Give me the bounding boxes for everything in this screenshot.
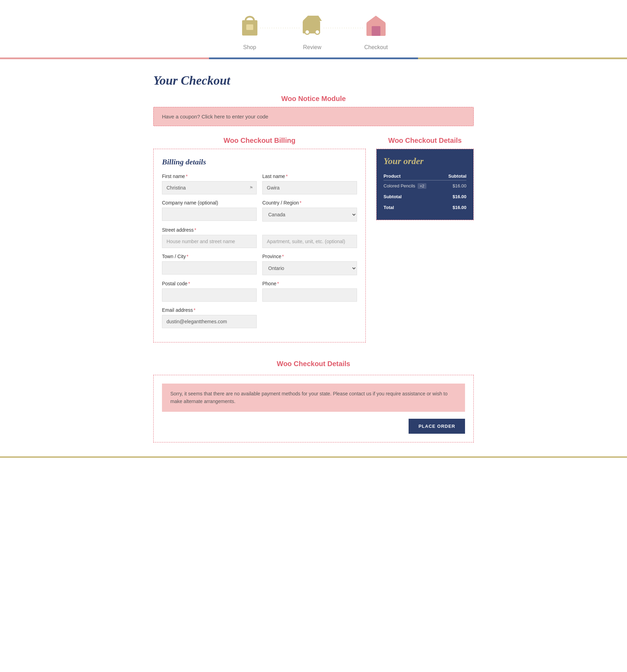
place-order-button[interactable]: PLACE ORDER — [409, 419, 465, 434]
svg-point-7 — [305, 30, 309, 34]
page-title: Your Checkout — [153, 73, 474, 88]
bottom-gold-line — [0, 456, 627, 458]
company-group: Company name (optional) — [162, 200, 257, 222]
city-group: Town / City* — [162, 254, 257, 275]
company-label: Company name (optional) — [162, 200, 257, 206]
order-column: Woo Checkout Details Your order Product … — [376, 137, 474, 220]
street-group: Street address* — [162, 227, 257, 248]
city-province-row: Town / City* Province* Ontario Quebec Br… — [162, 254, 357, 275]
order-title: Your order — [384, 156, 466, 167]
last-name-input[interactable] — [262, 181, 357, 194]
progress-step-checkout: Checkout — [364, 14, 388, 51]
svg-rect-2 — [246, 24, 253, 30]
main-content: Your Checkout Woo Notice Module Have a c… — [146, 73, 481, 442]
total-label: Total — [384, 202, 442, 213]
col-product: Product — [384, 172, 442, 180]
phone-label: Phone* — [262, 281, 357, 286]
payment-notice: Sorry, it seems that there are no availa… — [162, 384, 465, 412]
checkout-icon — [365, 14, 387, 41]
line-pink — [0, 57, 209, 59]
billing-title: Billing details — [162, 157, 357, 167]
dots-1: .................. — [260, 25, 301, 39]
country-label: Country / Region* — [262, 200, 357, 206]
notice-module-header: Woo Notice Module — [153, 95, 474, 103]
city-label: Town / City* — [162, 254, 257, 259]
province-label: Province* — [262, 254, 357, 259]
notice-text-content: Have a coupon? Click here to enter your … — [162, 114, 268, 119]
province-select[interactable]: Ontario Quebec British Columbia Alberta — [262, 261, 357, 275]
svg-marker-6 — [303, 16, 322, 21]
total-row: Total $16.00 — [384, 202, 466, 213]
shop-label: Shop — [243, 44, 256, 51]
svg-marker-10 — [366, 16, 386, 23]
apt-group — [262, 227, 357, 248]
street-input[interactable] — [162, 235, 257, 248]
svg-rect-11 — [372, 26, 380, 36]
billing-section: Billing details First name* ⚑ — [153, 149, 366, 342]
first-name-input[interactable] — [162, 181, 257, 194]
email-row: Email address* — [162, 307, 357, 328]
country-group: Country / Region* Canada United States U… — [262, 200, 357, 222]
order-item-row: Colored Pencils ×2 $16.00 — [384, 180, 466, 192]
postal-group: Postal code* — [162, 281, 257, 302]
product-name: Colored Pencils ×2 — [384, 180, 442, 192]
apt-input[interactable] — [262, 235, 357, 248]
postal-phone-row: Postal code* Phone* — [162, 281, 357, 302]
line-blue — [209, 57, 418, 59]
order-module-header: Woo Checkout Details — [376, 137, 474, 145]
place-order-row: PLACE ORDER — [162, 419, 465, 434]
country-select[interactable]: Canada United States United Kingdom — [262, 208, 357, 222]
progress-step-shop: Shop — [239, 14, 260, 51]
name-row: First name* ⚑ Last name* — [162, 173, 357, 194]
phone-group: Phone* — [262, 281, 357, 302]
subtotal-row: Subtotal $16.00 — [384, 191, 466, 202]
order-box: Your order Product Subtotal Colored Pe — [377, 149, 473, 220]
payment-notice-text: Sorry, it seems that there are no availa… — [170, 391, 448, 404]
color-lines — [0, 57, 627, 59]
company-row: Company name (optional) Country / Region… — [162, 200, 357, 222]
notice-box: Have a coupon? Click here to enter your … — [153, 107, 474, 126]
email-group: Email address* — [162, 307, 257, 328]
first-name-label: First name* — [162, 173, 257, 179]
autofill-icon: ⚑ — [249, 185, 253, 191]
city-input[interactable] — [162, 261, 257, 275]
bottom-section: Sorry, it seems that there are no availa… — [153, 375, 474, 442]
subtotal-value: $16.00 — [442, 191, 466, 202]
postal-input[interactable] — [162, 288, 257, 302]
total-value: $16.00 — [442, 202, 466, 213]
subtotal-label: Subtotal — [384, 191, 442, 202]
line-gold — [418, 57, 627, 59]
review-label: Review — [303, 44, 321, 51]
postal-label: Postal code* — [162, 281, 257, 286]
street-label: Street address* — [162, 227, 257, 233]
dots-line-2: .................. — [324, 25, 364, 29]
svg-point-8 — [316, 30, 319, 34]
street-row: Street address* — [162, 227, 357, 248]
dots-line-1: .................. — [260, 25, 301, 29]
product-price: $16.00 — [442, 180, 466, 192]
progress-step-review: Review — [301, 14, 324, 51]
order-table: Product Subtotal Colored Pencils ×2 $16.… — [384, 172, 466, 213]
phone-input[interactable] — [262, 288, 357, 302]
company-input[interactable] — [162, 208, 257, 221]
email-label: Email address* — [162, 307, 257, 313]
order-section: Your order Product Subtotal Colored Pe — [376, 149, 474, 220]
checkout-label: Checkout — [364, 44, 388, 51]
notice-text[interactable]: Have a coupon? Click here to enter your … — [162, 114, 465, 119]
last-name-group: Last name* — [262, 173, 357, 194]
email-input[interactable] — [162, 315, 257, 328]
review-icon — [301, 14, 324, 41]
dots-2: .................. — [324, 25, 364, 39]
last-name-label: Last name* — [262, 173, 357, 179]
progress-bar: Shop .................. Review .........… — [0, 0, 627, 57]
billing-module-header: Woo Checkout Billing — [153, 137, 366, 145]
shop-icon — [239, 14, 260, 41]
col-subtotal: Subtotal — [442, 172, 466, 180]
province-group: Province* Ontario Quebec British Columbi… — [262, 254, 357, 275]
bottom-module-header: Woo Checkout Details — [153, 360, 474, 368]
first-name-group: First name* ⚑ — [162, 173, 257, 194]
